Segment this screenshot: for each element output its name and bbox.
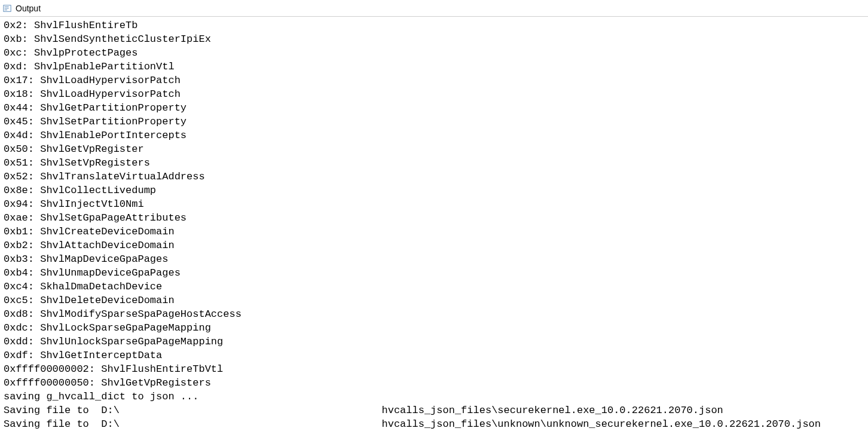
output-line: Saving file to D:\ hvcalls_json_files\se… bbox=[4, 404, 864, 417]
output-line: 0xffff00000050: ShvlGetVpRegisters bbox=[4, 376, 864, 390]
output-line: 0xdc: ShvlLockSparseGpaPageMapping bbox=[4, 321, 864, 335]
output-line: 0x94: ShvlInjectVtl0Nmi bbox=[4, 197, 864, 211]
output-line: 0x52: ShvlTranslateVirtualAddress bbox=[4, 170, 864, 184]
output-line: 0x2: ShvlFlushEntireTb bbox=[4, 19, 864, 32]
output-line: 0xc: ShvlpProtectPages bbox=[4, 46, 864, 60]
output-line: 0x51: ShvlSetVpRegisters bbox=[4, 156, 864, 170]
window-title-bar: Output bbox=[0, 0, 868, 17]
output-line: 0xb4: ShvlUnmapDeviceGpaPages bbox=[4, 266, 864, 280]
output-icon bbox=[2, 4, 12, 13]
output-line: 0x18: ShvlLoadHypervisorPatch bbox=[4, 87, 864, 101]
output-line: saving g_hvcall_dict to json ... bbox=[4, 390, 864, 404]
output-line: 0xb2: ShvlAttachDeviceDomain bbox=[4, 239, 864, 252]
output-line: 0xdd: ShvlUnlockSparseGpaPageMapping bbox=[4, 335, 864, 349]
output-line: 0x44: ShvlGetPartitionProperty bbox=[4, 101, 864, 115]
output-line: 0x50: ShvlGetVpRegister bbox=[4, 142, 864, 156]
window-title: Output bbox=[16, 4, 41, 13]
output-line: 0xb: ShvlSendSyntheticClusterIpiEx bbox=[4, 32, 864, 46]
output-line: 0xd: ShvlpEnablePartitionVtl bbox=[4, 60, 864, 74]
output-line: 0x17: ShvlLoadHypervisorPatch bbox=[4, 74, 864, 87]
output-line: 0xb3: ShvlMapDeviceGpaPages bbox=[4, 252, 864, 266]
output-line: 0xae: ShvlSetGpaPageAttributes bbox=[4, 211, 864, 225]
output-line: 0xd8: ShvlModifySparseSpaPageHostAccess bbox=[4, 307, 864, 321]
output-line: 0x45: ShvlSetPartitionProperty bbox=[4, 115, 864, 129]
output-line: 0xc5: ShvlDeleteDeviceDomain bbox=[4, 294, 864, 307]
output-line: 0xc4: SkhalDmaDetachDevice bbox=[4, 280, 864, 294]
output-panel[interactable]: 0x2: ShvlFlushEntireTb0xb: ShvlSendSynth… bbox=[0, 17, 868, 431]
output-line: Saving file to D:\ hvcalls_json_files\un… bbox=[4, 417, 864, 431]
output-line: 0x8e: ShvlCollectLivedump bbox=[4, 184, 864, 197]
output-line: 0xdf: ShvlGetInterceptData bbox=[4, 349, 864, 362]
output-line: 0xb1: ShvlCreateDeviceDomain bbox=[4, 225, 864, 239]
output-line: 0x4d: ShvlEnablePortIntercepts bbox=[4, 129, 864, 142]
output-line: 0xffff00000002: ShvlFlushEntireTbVtl bbox=[4, 362, 864, 376]
